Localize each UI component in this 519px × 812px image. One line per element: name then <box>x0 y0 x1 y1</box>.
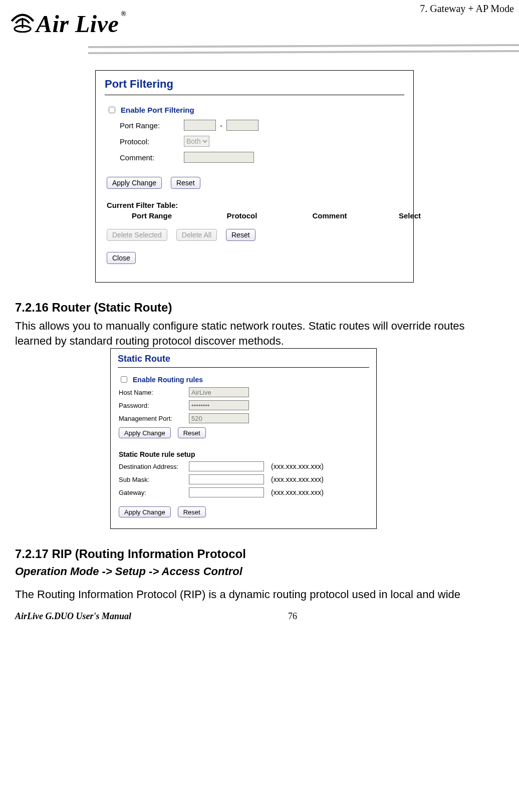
table-reset-button[interactable]: Reset <box>226 229 255 241</box>
route-apply-button[interactable]: Apply Change <box>119 506 171 517</box>
enable-routing-checkbox[interactable] <box>121 376 127 383</box>
route-reset-button[interactable]: Reset <box>178 506 206 517</box>
comment-label: Comment: <box>120 153 180 162</box>
static-route-subtitle: Static Route rule setup <box>119 450 368 458</box>
col-protocol: Protocol <box>212 211 272 220</box>
dest-hint: (xxx.xxx.xxx.xxx) <box>271 462 324 470</box>
port-range-to-input[interactable] <box>226 120 258 131</box>
sub-mask-label: Sub Mask: <box>119 476 185 483</box>
page-footer: AirLive G.DUO User's Manual 76 <box>0 602 519 624</box>
protocol-select[interactable]: Both <box>184 136 209 147</box>
footer-manual-title: AirLive G.DUO User's Manual <box>15 611 131 622</box>
section-7-2-16-body: This allows you to manually configure st… <box>0 319 519 348</box>
col-comment: Comment <box>292 211 367 220</box>
brand-logo-text: Air Live <box>36 10 119 38</box>
delete-all-button[interactable]: Delete All <box>176 229 217 241</box>
operation-mode-path: Operation Mode -> Setup -> Access Contro… <box>15 565 519 578</box>
comment-input[interactable] <box>184 152 254 163</box>
divider <box>105 95 404 95</box>
divider <box>118 367 369 368</box>
gw-hint: (xxx.xxx.xxx.xxx) <box>271 488 324 496</box>
registered-mark: ® <box>121 10 126 18</box>
wifi-swirl-icon <box>7 4 38 35</box>
host-name-label: Host Name: <box>119 389 185 396</box>
protocol-label: Protocol: <box>120 137 180 146</box>
routing-reset-button[interactable]: Reset <box>178 427 206 438</box>
col-select: Select <box>387 211 432 220</box>
delete-selected-button[interactable]: Delete Selected <box>107 229 167 241</box>
gateway-input[interactable] <box>189 487 264 497</box>
password-label: Password: <box>119 402 185 409</box>
section-7-2-16-heading: 7.2.16 Router (Static Route) <box>15 301 519 315</box>
management-port-input[interactable] <box>189 413 249 423</box>
destination-address-label: Destination Address: <box>119 463 185 470</box>
host-name-input[interactable] <box>189 387 249 397</box>
port-range-from-input[interactable] <box>184 120 216 131</box>
sub-mask-input[interactable] <box>189 474 264 484</box>
filter-table-title: Current Filter Table: <box>107 201 402 209</box>
header-divider-icon <box>88 44 519 59</box>
port-range-label: Port Range: <box>120 121 180 130</box>
destination-address-input[interactable] <box>189 461 264 471</box>
management-port-label: Management Port: <box>119 415 185 422</box>
svg-line-3 <box>88 51 519 53</box>
enable-port-filtering-checkbox[interactable] <box>109 107 115 113</box>
mask-hint: (xxx.xxx.xxx.xxx) <box>271 475 324 483</box>
routing-apply-button[interactable]: Apply Change <box>119 427 171 438</box>
col-port-range: Port Range <box>112 211 192 220</box>
reset-button[interactable]: Reset <box>171 177 200 189</box>
close-button[interactable]: Close <box>107 252 136 264</box>
port-filtering-panel: Port Filtering Enable Port Filtering Por… <box>95 70 414 283</box>
password-input[interactable] <box>189 400 249 410</box>
filter-table-header: Port Range Protocol Comment Select <box>107 211 402 226</box>
port-filtering-title: Port Filtering <box>96 71 413 95</box>
chapter-label: 7. Gateway + AP Mode <box>420 3 514 15</box>
enable-routing-label: Enable Routing rules <box>133 376 203 384</box>
static-route-title: Static Route <box>111 349 376 367</box>
page-header: 7. Gateway + AP Mode Air Live ® <box>0 0 519 65</box>
apply-change-button[interactable]: Apply Change <box>107 177 162 189</box>
brand-logo: Air Live ® <box>7 4 125 35</box>
gateway-label: Gateway: <box>119 489 185 496</box>
section-7-2-17-heading: 7.2.17 RIP (Routing Information Protocol <box>15 547 519 561</box>
enable-port-filtering-label: Enable Port Filtering <box>121 106 194 114</box>
footer-page-number: 76 <box>288 611 297 622</box>
svg-line-2 <box>88 45 519 47</box>
static-route-panel: Static Route Enable Routing rules Host N… <box>110 348 377 529</box>
port-range-separator: - <box>220 121 222 130</box>
section-7-2-17-body: The Routing Information Protocol (RIP) i… <box>0 587 519 602</box>
